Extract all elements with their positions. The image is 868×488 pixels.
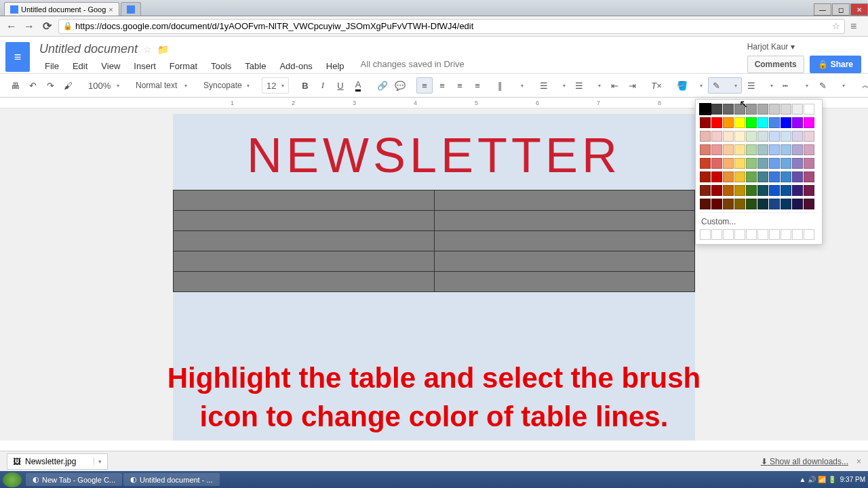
underline-button[interactable]: U: [332, 77, 349, 94]
color-swatch[interactable]: [734, 171, 745, 182]
editing-mode-button[interactable]: ✎: [815, 77, 849, 94]
color-swatch[interactable]: [757, 158, 768, 169]
color-swatch[interactable]: [746, 117, 757, 128]
color-swatch[interactable]: [711, 144, 722, 155]
color-swatch[interactable]: [769, 171, 780, 182]
custom-color-slot[interactable]: [804, 229, 814, 240]
menu-file[interactable]: File: [39, 59, 64, 73]
color-swatch[interactable]: [711, 104, 722, 115]
color-swatch[interactable]: [769, 104, 780, 115]
reload-button[interactable]: ⟳: [41, 20, 53, 33]
color-swatch[interactable]: [792, 144, 803, 155]
color-swatch[interactable]: [746, 199, 757, 209]
color-swatch[interactable]: [734, 199, 745, 209]
close-downloads-bar[interactable]: ×: [856, 457, 861, 466]
back-button[interactable]: ←: [5, 20, 18, 33]
color-swatch[interactable]: [700, 158, 711, 169]
color-swatch[interactable]: [757, 199, 768, 209]
docs-logo[interactable]: ≡: [5, 42, 30, 72]
color-swatch[interactable]: [792, 171, 803, 182]
color-swatch[interactable]: [711, 185, 722, 196]
color-swatch[interactable]: [781, 158, 791, 169]
taskbar-item-docs[interactable]: ◐ Untitled document - ...: [123, 473, 220, 486]
document-title[interactable]: Untitled document: [39, 42, 138, 56]
border-width-button[interactable]: ☰: [743, 77, 777, 94]
color-swatch[interactable]: [781, 131, 791, 142]
print-button[interactable]: 🖶: [7, 77, 23, 94]
increase-indent-button[interactable]: ⇥: [624, 77, 640, 94]
color-swatch[interactable]: [723, 199, 734, 209]
custom-color-slot[interactable]: [769, 229, 780, 240]
color-swatch[interactable]: [723, 131, 734, 142]
color-swatch[interactable]: [700, 199, 711, 209]
font-size-dropdown[interactable]: 12: [262, 77, 289, 94]
start-button[interactable]: [3, 472, 22, 487]
clear-formatting-button[interactable]: T×: [648, 77, 665, 94]
star-document-icon[interactable]: ☆: [143, 44, 152, 55]
color-swatch[interactable]: [734, 131, 745, 142]
color-swatch[interactable]: [746, 185, 757, 196]
taskbar-item-chrome[interactable]: ◐ New Tab - Google C...: [26, 473, 122, 486]
redo-button[interactable]: ↷: [42, 77, 58, 94]
forward-button[interactable]: →: [23, 20, 35, 33]
align-justify-button[interactable]: ≡: [469, 77, 486, 94]
align-center-button[interactable]: ≡: [434, 77, 450, 94]
color-swatch[interactable]: [734, 117, 745, 128]
paint-format-button[interactable]: 🖌: [60, 77, 76, 94]
numbered-list-button[interactable]: ☰: [536, 77, 570, 94]
custom-color-slot[interactable]: [700, 229, 711, 240]
color-swatch[interactable]: [757, 104, 768, 115]
menu-addons[interactable]: Add-ons: [274, 59, 317, 73]
user-name[interactable]: Harjot Kaur ▾: [747, 42, 861, 52]
align-left-button[interactable]: ≡: [416, 77, 433, 94]
show-all-downloads-link[interactable]: ⬇ Show all downloads...: [761, 457, 848, 466]
color-swatch[interactable]: [769, 117, 780, 128]
paragraph-style-dropdown[interactable]: Normal text: [132, 77, 191, 94]
color-swatch[interactable]: [734, 144, 745, 155]
color-swatch[interactable]: [792, 117, 803, 128]
document-table[interactable]: [173, 190, 695, 292]
menu-help[interactable]: Help: [321, 59, 350, 73]
close-window-button[interactable]: ✕: [850, 3, 868, 16]
color-swatch[interactable]: [746, 171, 757, 182]
line-spacing-button[interactable]: ‖: [494, 77, 528, 94]
font-dropdown[interactable]: Syncopate: [199, 77, 254, 94]
custom-color-slot[interactable]: [723, 229, 734, 240]
custom-color-slot[interactable]: [734, 229, 745, 240]
color-swatch[interactable]: [804, 104, 814, 115]
custom-color-slot[interactable]: [757, 229, 768, 240]
insert-link-button[interactable]: 🔗: [374, 77, 391, 94]
color-swatch[interactable]: [792, 131, 803, 142]
clock[interactable]: 9:37 PM: [840, 476, 865, 483]
system-tray[interactable]: ▲ 🔊 📶 🔋 9:37 PM: [800, 476, 865, 483]
color-swatch[interactable]: [792, 199, 803, 209]
color-swatch[interactable]: [746, 144, 757, 155]
color-swatch[interactable]: [792, 158, 803, 169]
color-swatch[interactable]: [711, 131, 722, 142]
custom-color-label[interactable]: Custom...: [700, 212, 818, 229]
color-swatch[interactable]: [723, 144, 734, 155]
background-color-button[interactable]: 🪣: [673, 77, 707, 94]
italic-button[interactable]: I: [315, 77, 331, 94]
color-swatch[interactable]: [781, 117, 791, 128]
download-item[interactable]: 🖼 Newsletter.jpg: [7, 453, 108, 470]
color-swatch[interactable]: [734, 158, 745, 169]
color-swatch[interactable]: [734, 185, 745, 196]
color-swatch[interactable]: [781, 171, 791, 182]
menu-tools[interactable]: Tools: [205, 59, 237, 73]
undo-button[interactable]: ↶: [24, 77, 41, 94]
share-button[interactable]: 🔒 Share: [810, 56, 861, 73]
color-swatch[interactable]: [723, 185, 734, 196]
document-heading[interactable]: Newsletter: [173, 114, 695, 190]
custom-color-slot[interactable]: [746, 229, 757, 240]
color-swatch[interactable]: [711, 171, 722, 182]
menu-view[interactable]: View: [96, 59, 125, 73]
color-swatch[interactable]: [711, 158, 722, 169]
color-swatch[interactable]: [792, 185, 803, 196]
minimize-button[interactable]: —: [814, 3, 831, 16]
bookmark-star-icon[interactable]: ☆: [832, 21, 840, 31]
bulleted-list-button[interactable]: ☰: [571, 77, 605, 94]
color-swatch[interactable]: [781, 199, 791, 209]
color-swatch[interactable]: [804, 117, 814, 128]
custom-color-slot[interactable]: [792, 229, 803, 240]
